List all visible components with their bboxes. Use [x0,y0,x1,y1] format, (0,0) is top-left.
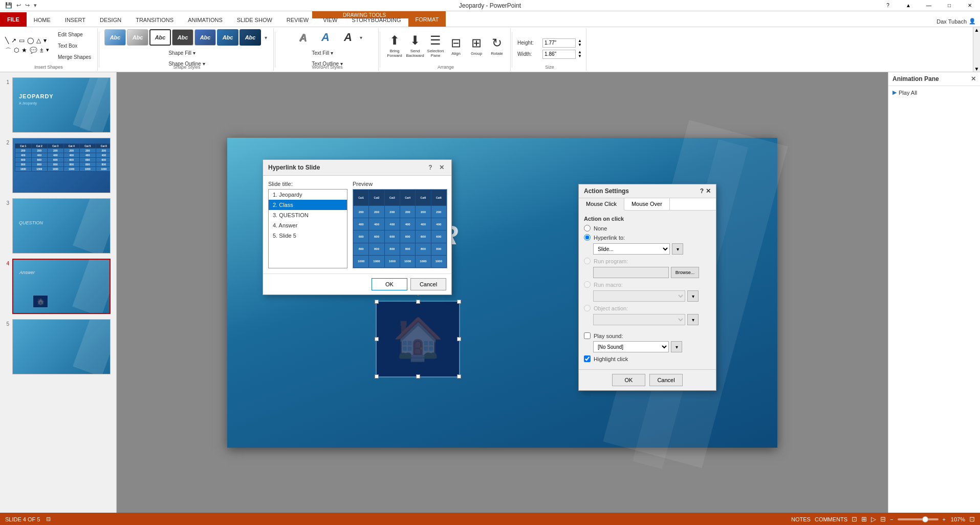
slide-thumb-5[interactable]: 5 [2,318,114,375]
shape-style-5[interactable]: Abc [217,29,238,46]
slide-preview-4[interactable]: Answer 🏠 [12,259,111,314]
shape-arrow-icon[interactable]: ↗ [10,36,17,45]
shape-style-default[interactable]: Abc [104,29,126,46]
shape-more-icon[interactable]: ▾ [42,36,48,45]
object-action-radio[interactable] [584,305,591,311]
shape-rect-icon[interactable]: ▭ [18,36,26,45]
rotate-btn[interactable]: ↻ Rotate [488,31,506,67]
zoom-slider-thumb[interactable] [922,516,928,522]
slide-list-item-3[interactable]: 3. QUESTION [269,210,347,220]
shape-circle-icon[interactable]: ◯ [26,36,35,45]
play-sound-checkbox[interactable] [584,332,591,339]
zoom-in-icon[interactable]: + [943,516,946,522]
shape-curve-icon[interactable]: ⌒ [4,46,12,56]
width-input[interactable] [542,50,576,59]
dialog-help-icon[interactable]: ? [426,163,435,172]
object-dropdown-btn[interactable]: ▾ [687,314,699,325]
height-down-icon[interactable]: ▼ [578,43,582,47]
reading-view-icon[interactable]: ▷ [871,515,876,523]
action-cancel-btn[interactable]: Cancel [649,374,683,386]
slide-thumbnail-icon[interactable]: ⊟ [46,516,51,522]
height-input[interactable] [542,38,576,48]
slideshow-icon[interactable]: ⊟ [880,515,886,523]
highlight-click-checkbox[interactable] [584,355,591,362]
undo-icon[interactable]: ↩ [15,1,22,10]
close-btn[interactable]: ✕ [960,0,980,11]
normal-view-icon[interactable]: ⊡ [852,515,857,523]
tab-animations[interactable]: ANIMATIONS [181,12,230,27]
tab-design[interactable]: DESIGN [93,12,128,27]
text-fill-btn[interactable]: Text Fill ▾ [310,48,345,58]
redo-icon[interactable]: ↪ [24,1,31,10]
group-btn[interactable]: ⊞ Group [467,31,486,67]
animation-pane-close[interactable]: ✕ [971,75,976,82]
shape-fill-btn[interactable]: Shape Fill ▾ [166,48,207,58]
shape-callout-icon[interactable]: 💬 [29,46,38,56]
dialog-controls[interactable]: ? ✕ [426,163,446,172]
wordart-btn-1[interactable]: A [292,29,314,46]
hyperlink-ok-btn[interactable]: OK [372,278,407,290]
hyperlink-dropdown-btn[interactable]: ▾ [672,243,683,255]
slide-list-item-5[interactable]: 5. Slide 5 [269,230,347,241]
ribbon-scroll-down[interactable]: ▼ [974,66,979,72]
mouse-click-tab[interactable]: Mouse Click [579,198,624,211]
tab-format[interactable]: FORMAT [408,11,446,27]
handle-tl[interactable] [375,300,379,304]
shape-style-2[interactable]: Abc [149,29,171,46]
slide-list-item-2[interactable]: 2. Class [269,200,347,210]
tab-storyboarding[interactable]: STORYBOARDING [344,12,408,27]
tab-view[interactable]: VIEW [316,12,344,27]
slide-thumb-2[interactable]: 2 Cat 1Cat 2Cat 3Cat 4Cat 5Cat 6 2002002… [2,137,114,194]
zoom-slider[interactable] [898,518,939,520]
none-radio[interactable] [584,225,591,232]
width-down-icon[interactable]: ▼ [578,54,582,58]
run-program-radio[interactable] [584,258,591,264]
selection-pane-btn[interactable]: ☰ Selection Pane [426,31,445,67]
run-macro-select[interactable] [593,290,685,302]
action-dialog-controls[interactable]: ? ✕ [700,187,711,195]
shape-styles-more[interactable]: ▾ [262,29,269,46]
tab-insert[interactable]: INSERT [58,12,93,27]
slide-list-item-1[interactable]: 1. Jeopardy [269,190,347,200]
handle-br[interactable] [457,374,461,379]
handle-tr[interactable] [457,300,461,304]
customize-icon[interactable]: ▾ [33,1,38,10]
slide-preview-2[interactable]: Cat 1Cat 2Cat 3Cat 4Cat 5Cat 6 200200200… [12,138,111,193]
maximize-btn[interactable]: □ [939,0,960,11]
sound-dropdown-btn[interactable]: ▾ [671,341,682,352]
slide-preview-5[interactable] [12,319,111,374]
wordart-btn-2[interactable]: A [315,29,336,46]
action-close-icon[interactable]: ✕ [706,187,711,195]
slide-thumb-1[interactable]: 1 JEOPARDY A Jeopardy [2,76,114,134]
zoom-level[interactable]: 107% [950,516,965,522]
shape-line-icon[interactable]: ╲ [4,36,10,45]
minimize-btn[interactable]: — [919,0,939,11]
slide-sorter-icon[interactable]: ⊞ [861,515,867,523]
handle-mr[interactable] [457,337,461,341]
handle-bm[interactable] [416,374,420,379]
sound-select[interactable]: [No Sound] [593,341,669,352]
action-ok-btn[interactable]: OK [612,374,645,386]
help-icon[interactable]: ? [878,0,898,11]
send-backward-btn[interactable]: ⬇ Send Backward [406,31,424,67]
shape-eq-icon[interactable]: ± [39,46,45,56]
action-help-icon[interactable]: ? [700,187,704,195]
handle-ml[interactable] [375,337,379,341]
slide-preview-1[interactable]: JEOPARDY A Jeopardy [12,77,111,133]
slide-thumb-4[interactable]: 4 Answer 🏠 [2,258,114,315]
play-all-btn[interactable]: ▶ Play All [888,86,980,99]
zoom-out-icon[interactable]: − [890,516,893,522]
window-controls[interactable]: ? ▲ — □ ✕ [878,0,980,11]
ribbon-scroll-up[interactable]: ▲ [974,27,979,33]
shape-polygon-icon[interactable]: ⬡ [13,46,20,56]
slide-list-item-4[interactable]: 4. Answer [269,220,347,230]
shape-style-6[interactable]: Abc [239,29,261,46]
home-icon-box[interactable]: 🏠 [376,301,460,377]
shape-style-4[interactable]: Abc [194,29,216,46]
dialog-close-icon[interactable]: ✕ [437,163,446,172]
edit-shape-btn[interactable]: Edit Shape [56,30,93,40]
hyperlink-cancel-btn[interactable]: Cancel [410,278,446,290]
tab-home[interactable]: HOME [27,12,58,27]
text-box-btn[interactable]: Text Box [56,41,93,51]
notes-btn[interactable]: NOTES [791,516,811,522]
